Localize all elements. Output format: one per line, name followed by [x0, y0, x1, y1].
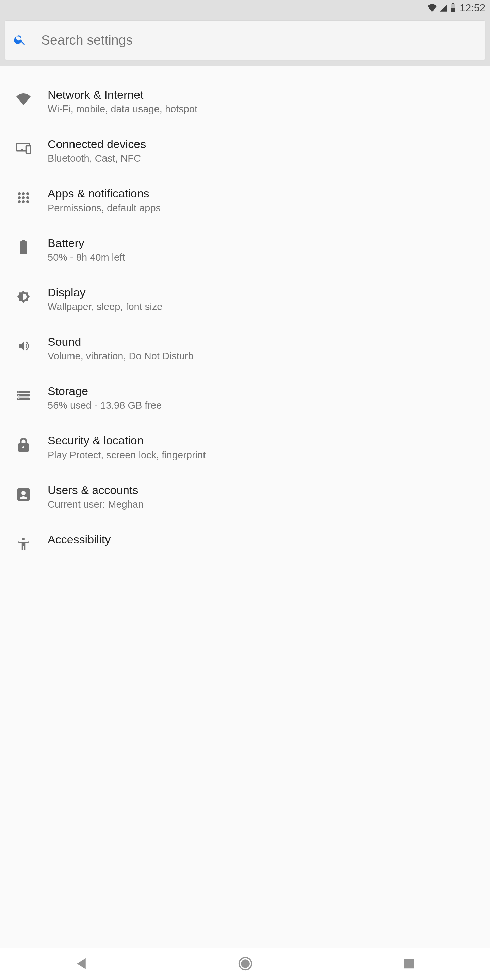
- setting-text: Network & Internet Wi-Fi, mobile, data u…: [48, 87, 490, 115]
- setting-storage[interactable]: Storage 56% used - 13.98 GB free: [0, 372, 490, 422]
- devices-icon: [16, 140, 31, 156]
- apps-grid-icon: [16, 190, 31, 205]
- setting-battery[interactable]: Battery 50% - 8h 40m left: [0, 224, 490, 274]
- setting-text: Security & location Play Protect, screen…: [48, 433, 490, 460]
- setting-subtitle: Volume, vibration, Do Not Disturb: [48, 350, 482, 362]
- cellular-icon: [439, 4, 448, 12]
- svg-point-24: [22, 447, 24, 449]
- setting-subtitle: 56% used - 13.98 GB free: [48, 400, 482, 411]
- search-settings[interactable]: Search settings: [5, 21, 485, 60]
- accessibility-icon: [16, 536, 31, 552]
- svg-rect-16: [20, 241, 27, 254]
- setting-title: Connected devices: [48, 137, 482, 151]
- setting-title: Users & accounts: [48, 482, 482, 498]
- svg-point-26: [21, 491, 25, 495]
- setting-title: Accessibility: [48, 532, 482, 547]
- lock-icon: [16, 437, 31, 453]
- storage-icon: [16, 388, 31, 403]
- svg-point-22: [18, 398, 19, 399]
- setting-subtitle: 50% - 8h 40m left: [48, 252, 482, 263]
- setting-accessibility[interactable]: Accessibility: [0, 521, 490, 552]
- wifi-icon: [427, 4, 437, 12]
- search-placeholder: Search settings: [41, 33, 133, 48]
- setting-text: Connected devices Bluetooth, Cast, NFC: [48, 137, 490, 164]
- svg-point-20: [18, 395, 19, 396]
- setting-text: Accessibility: [48, 532, 490, 547]
- nav-back-button[interactable]: [76, 957, 87, 972]
- status-clock: 12:52: [460, 2, 485, 14]
- setting-subtitle: Play Protect, screen lock, fingerprint: [48, 450, 482, 461]
- setting-text: Apps & notifications Permissions, defaul…: [48, 186, 490, 213]
- wifi-icon: [16, 91, 31, 107]
- status-bar: 12:52: [0, 0, 490, 16]
- setting-subtitle: Wi-Fi, mobile, data usage, hotspot: [48, 103, 482, 115]
- setting-text: Sound Volume, vibration, Do Not Disturb: [48, 334, 490, 362]
- svg-point-8: [26, 192, 29, 195]
- setting-subtitle: Bluetooth, Cast, NFC: [48, 153, 482, 164]
- svg-point-11: [26, 196, 29, 199]
- svg-point-27: [22, 538, 25, 540]
- settings-list: Network & Internet Wi-Fi, mobile, data u…: [0, 66, 490, 552]
- setting-security[interactable]: Security & location Play Protect, screen…: [0, 422, 490, 471]
- svg-point-18: [18, 391, 19, 392]
- setting-title: Sound: [48, 334, 482, 349]
- svg-rect-30: [404, 959, 414, 968]
- svg-point-10: [22, 196, 25, 199]
- svg-rect-15: [22, 240, 25, 241]
- svg-rect-4: [26, 146, 30, 154]
- setting-apps[interactable]: Apps & notifications Permissions, defaul…: [0, 175, 490, 224]
- setting-users[interactable]: Users & accounts Current user: Meghan: [0, 472, 490, 521]
- svg-point-7: [22, 192, 25, 195]
- svg-point-13: [22, 200, 25, 203]
- svg-point-5: [21, 149, 23, 151]
- svg-rect-0: [452, 3, 454, 4]
- setting-network[interactable]: Network & Internet Wi-Fi, mobile, data u…: [0, 76, 490, 126]
- setting-subtitle: Permissions, default apps: [48, 202, 482, 214]
- setting-title: Apps & notifications: [48, 186, 482, 201]
- setting-title: Display: [48, 285, 482, 300]
- svg-point-9: [18, 196, 21, 199]
- svg-point-12: [18, 200, 21, 203]
- svg-rect-2: [451, 8, 455, 12]
- svg-point-29: [241, 959, 250, 968]
- setting-title: Security & location: [48, 433, 482, 448]
- search-icon: [13, 33, 27, 48]
- setting-display[interactable]: Display Wallpaper, sleep, font size: [0, 274, 490, 323]
- setting-subtitle: Current user: Meghan: [48, 499, 482, 510]
- navigation-bar: [0, 948, 490, 980]
- battery-status-icon: [450, 3, 456, 12]
- nav-recents-button[interactable]: [404, 958, 414, 970]
- setting-title: Battery: [48, 235, 482, 250]
- brightness-icon: [16, 289, 31, 305]
- setting-title: Storage: [48, 383, 482, 398]
- nav-home-button[interactable]: [238, 956, 253, 972]
- setting-title: Network & Internet: [48, 87, 482, 102]
- account-icon: [16, 487, 31, 502]
- battery-icon: [16, 240, 31, 255]
- svg-point-6: [18, 192, 21, 195]
- setting-text: Storage 56% used - 13.98 GB free: [48, 383, 490, 411]
- svg-point-14: [26, 200, 29, 203]
- search-header: Search settings: [0, 16, 490, 66]
- setting-sound[interactable]: Sound Volume, vibration, Do Not Disturb: [0, 323, 490, 372]
- setting-text: Display Wallpaper, sleep, font size: [48, 285, 490, 312]
- setting-text: Users & accounts Current user: Meghan: [48, 482, 490, 510]
- volume-icon: [16, 338, 31, 354]
- setting-text: Battery 50% - 8h 40m left: [48, 235, 490, 263]
- setting-connected-devices[interactable]: Connected devices Bluetooth, Cast, NFC: [0, 126, 490, 175]
- setting-subtitle: Wallpaper, sleep, font size: [48, 301, 482, 312]
